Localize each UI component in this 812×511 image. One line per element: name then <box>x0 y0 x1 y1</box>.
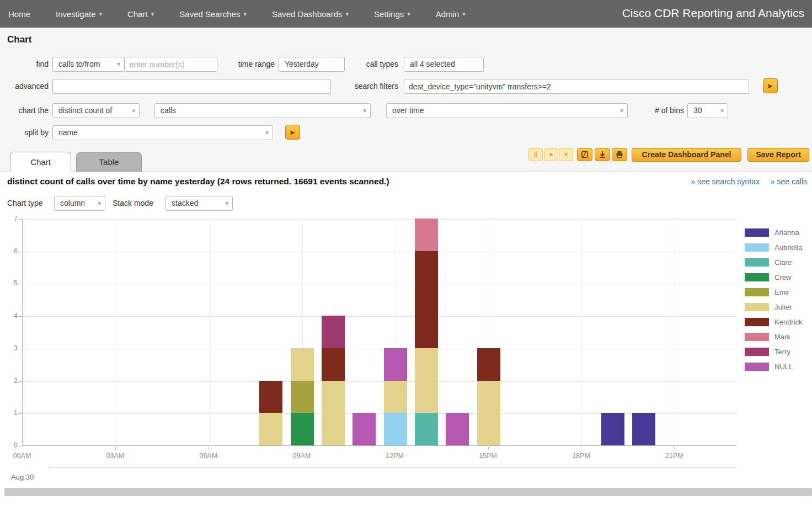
bar-segment-aubriella[interactable] <box>384 413 407 445</box>
bar-segment-kendrick[interactable] <box>477 348 500 381</box>
bins-dropdown[interactable]: 30 ▾ <box>687 103 728 118</box>
bar-segment-null[interactable] <box>384 348 407 381</box>
bar-segment-emir[interactable] <box>291 381 314 413</box>
see-calls-link[interactable]: » see calls <box>771 177 807 186</box>
y-axis-label: 1 <box>3 409 18 417</box>
legend-item-kendrick[interactable]: Kendrick <box>745 315 803 329</box>
legend-item-crew[interactable]: Crew <box>745 270 803 285</box>
run-split-button[interactable]: ▶ <box>285 125 300 140</box>
create-dashboard-panel-button[interactable]: Create Dashboard Panel <box>632 148 741 162</box>
legend-swatch <box>745 318 769 326</box>
number-input[interactable] <box>125 57 217 72</box>
see-search-syntax-link[interactable]: » see search syntax <box>691 177 760 186</box>
nav-item-saved-searches[interactable]: Saved Searches▾ <box>179 9 247 19</box>
bar-segment-mark[interactable] <box>415 219 438 251</box>
nav-items: HomeInvestigate▾Chart▾Saved Searches▾Sav… <box>0 9 466 19</box>
nav-item-saved-dashboards[interactable]: Saved Dashboards▾ <box>272 9 349 19</box>
legend-item-mark[interactable]: Mark <box>745 329 803 344</box>
bar-segment-kendrick[interactable] <box>259 381 282 413</box>
x-axis-tick <box>209 446 209 449</box>
tab-table[interactable]: Table <box>76 152 142 172</box>
bar-segment-juliet[interactable] <box>415 348 438 413</box>
legend-item-arianna[interactable]: Arianna <box>745 225 803 240</box>
legend-swatch <box>745 348 769 356</box>
gridline-horizontal <box>23 316 737 317</box>
legend-item-aubriella[interactable]: Aubriella <box>745 240 803 255</box>
aggregate-dropdown[interactable]: distinct count of ▾ <box>52 103 140 118</box>
nav-item-admin[interactable]: Admin▾ <box>436 9 466 19</box>
nav-item-investigate[interactable]: Investigate▾ <box>56 9 102 19</box>
gridline-vertical <box>209 219 210 446</box>
bar-segment-kendrick[interactable] <box>415 251 438 348</box>
y-axis-tick <box>18 446 22 446</box>
download-button[interactable] <box>595 148 610 161</box>
save-report-button[interactable]: Save Report <box>747 148 809 162</box>
scroll-icon <box>581 151 589 158</box>
bar-segment-juliet[interactable] <box>259 413 282 445</box>
time-range-label: time range <box>221 60 275 68</box>
call-types-label: call types <box>345 60 398 68</box>
y-axis-tick <box>18 219 22 220</box>
legend-item-emir[interactable]: Emir <box>745 285 803 300</box>
bar-segment-null[interactable] <box>446 413 469 445</box>
metric-dropdown-value: calls <box>161 106 176 115</box>
legend-swatch <box>745 363 769 371</box>
tab-strip-border <box>0 172 812 172</box>
gridline-vertical <box>675 219 675 446</box>
chevron-down-icon: ▾ <box>265 126 269 140</box>
cancel-button[interactable]: × <box>559 148 573 161</box>
nav-item-settings[interactable]: Settings▾ <box>374 9 410 19</box>
bar-segment-null[interactable] <box>352 413 376 445</box>
stack-mode-dropdown-value: stacked <box>172 199 198 207</box>
nav-item-chart[interactable]: Chart▾ <box>127 9 154 19</box>
search-filters-input[interactable] <box>404 79 749 94</box>
legend-item-juliet[interactable]: Juliet <box>745 300 803 315</box>
metric-dropdown[interactable]: calls ▾ <box>154 103 371 118</box>
bar-segment-arianna[interactable] <box>632 413 655 445</box>
bar-segment-juliet[interactable] <box>291 348 314 381</box>
job-inspector-button[interactable] <box>577 148 592 161</box>
bar-segment-terry[interactable] <box>322 316 345 348</box>
bar-segment-kendrick[interactable] <box>322 348 345 381</box>
top-navbar: HomeInvestigate▾Chart▾Saved Searches▾Sav… <box>0 0 812 28</box>
bar-segment-arianna[interactable] <box>601 413 624 445</box>
time-range-picker[interactable]: Yesterday <box>279 57 345 72</box>
print-button[interactable] <box>612 148 627 161</box>
advanced-input[interactable] <box>52 79 331 94</box>
pause-button[interactable]: || <box>528 148 543 161</box>
y-axis-tick <box>18 413 22 414</box>
chart-legend: AriannaAubriellaClareCrewEmirJulietKendr… <box>745 225 803 374</box>
legend-item-clare[interactable]: Clare <box>745 255 803 270</box>
call-types-picker[interactable]: all 4 selected <box>404 57 484 72</box>
legend-item-terry[interactable]: Terry <box>745 344 803 359</box>
horizontal-scrollbar[interactable] <box>4 488 812 496</box>
y-axis-label: 7 <box>3 215 18 222</box>
nav-item-label: Chart <box>127 9 148 19</box>
bins-label: # of bins <box>639 106 684 115</box>
gridline-vertical <box>581 219 582 446</box>
bar-segment-crew[interactable] <box>291 413 314 445</box>
bar-segment-clare[interactable] <box>415 413 438 445</box>
chart-the-label: chart the <box>0 106 49 115</box>
x-axis-tick <box>115 446 116 449</box>
stack-mode-dropdown[interactable]: stacked ▾ <box>165 196 233 211</box>
chart-type-label: Chart type <box>7 199 51 207</box>
nav-item-home[interactable]: Home <box>8 9 30 19</box>
chart-type-dropdown[interactable]: column ▾ <box>54 196 105 211</box>
over-dropdown[interactable]: over time ▾ <box>386 103 628 118</box>
chevron-down-icon: ▾ <box>99 10 103 18</box>
bar-segment-juliet[interactable] <box>322 381 345 445</box>
bar-segment-juliet[interactable] <box>477 381 500 445</box>
stack-mode-label: Stack mode <box>113 199 161 207</box>
run-search-button[interactable]: ▶ <box>763 78 778 93</box>
chevron-down-icon: ▾ <box>346 10 349 18</box>
x-axis-label: 15PM <box>472 452 505 460</box>
chart-plot-area <box>22 219 736 446</box>
split-by-dropdown[interactable]: name ▾ <box>52 125 273 140</box>
bar-segment-juliet[interactable] <box>384 381 407 413</box>
chevron-down-icon: ▾ <box>720 104 724 118</box>
find-dropdown[interactable]: calls to/from ▾ <box>52 57 125 72</box>
tab-chart[interactable]: Chart <box>10 152 71 172</box>
stop-button[interactable]: ■ <box>544 148 558 161</box>
legend-item-null[interactable]: NULL <box>745 359 803 374</box>
